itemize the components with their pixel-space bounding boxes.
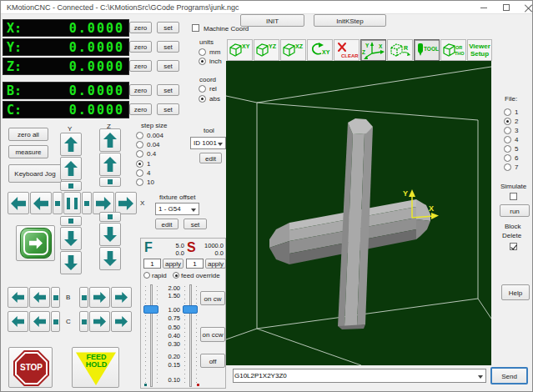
rapid-radio[interactable] <box>143 272 150 279</box>
file-6-radio[interactable] <box>504 154 511 162</box>
jog-b-plus-button[interactable] <box>89 287 110 308</box>
run-button[interactable]: run <box>500 204 530 217</box>
file-7-radio[interactable] <box>504 163 511 171</box>
feedrate-override-input[interactable] <box>143 259 161 269</box>
set-x-button[interactable]: set <box>157 22 179 33</box>
jog-y-plus-fast-button[interactable] <box>60 133 82 156</box>
jog-b-minus-button[interactable] <box>29 287 50 308</box>
spindle-on-cw-button[interactable]: on cw <box>200 291 225 305</box>
simulate-checkbox[interactable] <box>510 193 517 200</box>
ortho-view-button[interactable]: OR THO <box>440 39 466 61</box>
fixture-edit-button[interactable]: edit <box>155 219 179 229</box>
feed-hold-button[interactable]: FEEDHOLD <box>72 347 119 388</box>
coord-rel-radio[interactable] <box>199 85 206 93</box>
tool-select[interactable]: ID 1001 <box>190 137 226 149</box>
step-size-1-radio[interactable] <box>136 160 143 168</box>
minimize-button[interactable] <box>475 1 493 13</box>
send-button[interactable]: Send <box>490 367 528 384</box>
view-yz-button[interactable]: YZ <box>254 39 279 61</box>
stop-button[interactable]: STOP <box>8 347 53 388</box>
file-1-radio[interactable] <box>504 108 511 116</box>
step-size-0.4-radio[interactable] <box>136 150 143 158</box>
spindle-off-button[interactable]: off <box>200 354 225 368</box>
spindle-on-ccw-button[interactable]: on ccw <box>200 327 225 342</box>
jog-z-plus-button[interactable] <box>99 153 121 176</box>
maximize-button[interactable] <box>497 1 515 13</box>
jog-x-minus-button[interactable] <box>30 192 52 214</box>
jog-x-plus-button[interactable] <box>93 192 114 214</box>
fixture-offset-select[interactable]: 1 - G54 <box>155 203 199 215</box>
gcode-command-input[interactable] <box>234 370 475 381</box>
gl-viewer[interactable]: Y X <box>226 61 491 365</box>
units-mm-radio[interactable] <box>199 48 206 56</box>
jog-x-minus-fast-button[interactable] <box>8 192 29 214</box>
tool-edit-button[interactable]: edit <box>199 153 222 163</box>
jog-b-plus-step-button[interactable] <box>79 287 88 308</box>
clear-button[interactable]: CLEAR <box>334 39 360 61</box>
help-button[interactable]: Help <box>501 284 530 300</box>
zero-all-button[interactable]: zero all <box>8 128 48 141</box>
jog-y-plus-button[interactable] <box>60 157 82 180</box>
axes-view-button[interactable]: Y X Z <box>360 39 386 61</box>
step-size-0.04-radio[interactable] <box>136 141 143 148</box>
jog-z-minus-fast-button[interactable] <box>99 247 121 270</box>
machine-coord-checkbox[interactable] <box>192 24 199 32</box>
spindle-slider-thumb[interactable] <box>183 305 198 314</box>
jog-c-minus-button[interactable] <box>29 311 50 332</box>
zero-z-button[interactable]: zero <box>129 60 152 72</box>
file-3-radio[interactable] <box>504 127 511 134</box>
step-size-4-radio[interactable] <box>136 169 143 177</box>
initkstep-button[interactable]: InitKStep <box>314 14 386 27</box>
file-2-radio[interactable] <box>504 118 511 125</box>
jog-pause-button[interactable] <box>63 192 81 214</box>
zero-x-button[interactable]: zero <box>129 22 152 33</box>
zero-c-button[interactable]: zero <box>129 103 152 115</box>
init-button[interactable]: INIT <box>240 14 304 27</box>
gcode-command-combo[interactable] <box>233 369 486 383</box>
jog-y-minus-fast-button[interactable] <box>60 251 82 274</box>
coord-abs-radio[interactable] <box>199 95 206 103</box>
file-5-radio[interactable] <box>504 145 511 153</box>
close-button[interactable] <box>520 1 533 13</box>
jog-c-plus-step-button[interactable] <box>79 311 88 332</box>
jog-x-plus-step-button[interactable] <box>82 192 92 214</box>
jog-y-plus-step-button[interactable] <box>60 181 82 191</box>
jog-c-plus-fast-button[interactable] <box>111 311 132 332</box>
jog-z-minus-button[interactable] <box>99 223 121 246</box>
spindle-slider-track[interactable] <box>189 284 192 387</box>
jog-z-plus-step-button[interactable] <box>99 177 121 187</box>
jog-b-minus-fast-button[interactable] <box>8 287 28 308</box>
set-z-button[interactable]: set <box>157 60 179 72</box>
set-y-button[interactable]: set <box>157 41 179 53</box>
block-delete-checkbox[interactable] <box>510 243 517 250</box>
file-4-radio[interactable] <box>504 136 511 143</box>
step-size-10-radio[interactable] <box>136 178 143 186</box>
jog-b-plus-fast-button[interactable] <box>111 287 132 308</box>
tool-display-button[interactable]: TOOL <box>414 39 440 61</box>
jog-c-minus-step-button[interactable] <box>51 311 60 332</box>
jog-x-minus-step-button[interactable] <box>53 192 63 214</box>
jog-x-plus-fast-button[interactable] <box>115 192 137 214</box>
jog-y-minus-button[interactable] <box>60 227 82 250</box>
feedrate-slider-track[interactable] <box>150 284 153 387</box>
jog-z-minus-step-button[interactable] <box>99 212 121 222</box>
viewer-setup-button[interactable]: Viewer Setup <box>467 39 492 61</box>
rotate-xy-button[interactable]: XY <box>307 39 333 61</box>
step-size-0.004-radio[interactable] <box>136 132 143 139</box>
feedrate-apply-button[interactable]: apply <box>163 259 184 269</box>
measure-button[interactable]: measure <box>8 145 48 158</box>
fixture-set-button[interactable]: set <box>184 219 207 229</box>
view-xz-button[interactable]: XZ <box>280 39 306 61</box>
cycle-start-button[interactable] <box>16 225 55 261</box>
rotate-view-button[interactable]: R <box>387 39 413 61</box>
keyboard-jog-button[interactable]: Keyboard Jog <box>8 164 62 183</box>
view-xy-button[interactable]: XY <box>227 39 253 61</box>
zero-y-button[interactable]: zero <box>129 41 152 53</box>
jog-b-minus-step-button[interactable] <box>51 287 60 308</box>
spindle-apply-button[interactable]: apply <box>205 259 226 269</box>
zero-b-button[interactable]: zero <box>129 84 152 96</box>
jog-z-plus-fast-button[interactable] <box>99 128 121 152</box>
jog-c-plus-button[interactable] <box>89 311 110 332</box>
units-inch-radio[interactable] <box>199 58 206 65</box>
jog-c-minus-fast-button[interactable] <box>8 311 28 332</box>
